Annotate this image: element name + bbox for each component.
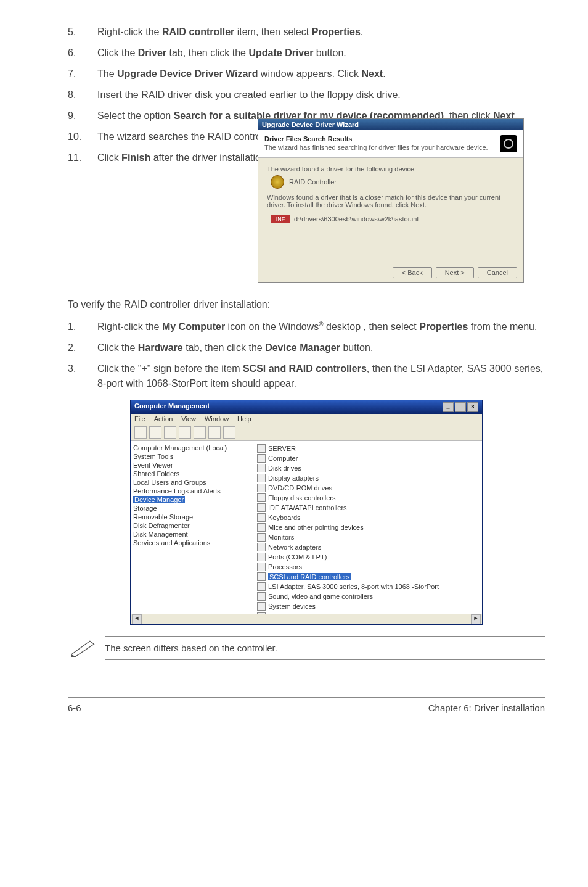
tree-node[interactable]: Local Users and Groups [133,478,250,487]
next-button[interactable]: Next > [436,267,474,278]
device-icon [257,444,266,453]
device-icon [257,474,266,482]
device-node[interactable]: Sound, video and game controllers [257,592,478,601]
device-label: Keyboards [268,514,301,521]
tree-node[interactable]: Performance Logs and Alerts [133,487,250,495]
mmc-detail-panel[interactable]: SERVERComputerDisk drivesDisplay adapter… [253,441,482,614]
tree-node[interactable]: Removable Storage [133,513,250,521]
device-node[interactable]: Ports (COM & LPT) [257,552,478,562]
minimize-icon[interactable]: _ [443,402,454,412]
device-label: SERVER [268,445,296,452]
device-label: Universal Serial Bus controllers [268,613,362,614]
step-number: 3. [68,361,97,391]
step-text: Insert the RAID driver disk you created … [97,88,545,102]
device-node[interactable]: Display adapters [257,473,478,483]
wizard-body-text-2: Windows found a driver that is a closer … [267,194,515,208]
instruction-step: 6.Click the Driver tab, then click the U… [68,46,545,60]
close-icon[interactable]: × [467,402,478,412]
toolbar-forward-icon[interactable] [149,426,161,439]
toolbar-refresh-icon[interactable] [194,426,206,439]
toolbar-help-icon[interactable] [208,426,221,439]
step-number: 1. [68,320,97,334]
instruction-step: 5.Right-click the RAID controller item, … [68,25,545,39]
step-text: The Upgrade Device Driver Wizard window … [97,67,545,81]
page-number: 6-6 [68,703,81,713]
device-node[interactable]: Network adapters [257,542,478,552]
device-node[interactable]: SERVER [257,444,478,453]
back-button[interactable]: < Back [393,267,432,278]
device-label: System devices [268,603,316,610]
device-icon [257,493,266,502]
maximize-icon[interactable]: □ [455,402,466,412]
tree-node[interactable]: System Tools [133,452,250,461]
device-label: Network adapters [268,543,321,551]
cancel-button[interactable]: Cancel [478,267,517,278]
mmc-menubar[interactable]: FileActionViewWindowHelp [131,414,482,424]
tree-node[interactable]: Device Manager [133,495,250,504]
chapter-label: Chapter 6: Driver installation [428,703,545,713]
wizard-heading: Driver Files Search Results [264,135,488,142]
toolbar-props-icon[interactable] [179,426,191,439]
gear-icon [271,175,284,189]
scroll-left-icon[interactable]: ◄ [132,614,142,624]
device-node[interactable]: Monitors [257,532,478,542]
device-icon [257,612,266,614]
device-icon [257,503,266,512]
step-number: 9. [68,109,97,123]
device-node[interactable]: DVD/CD-ROM drives [257,483,478,493]
device-label: Mice and other pointing devices [268,524,364,531]
step-number: 6. [68,46,97,60]
menu-item[interactable]: File [134,415,145,423]
device-node[interactable]: Floppy disk controllers [257,493,478,503]
device-node[interactable]: SCSI and RAID controllers [257,572,478,582]
verify-intro: To verify the RAID controller driver ins… [68,297,545,312]
wizard-body-text-1: The wizard found a driver for the follow… [267,165,515,173]
device-icon [257,553,266,561]
scroll-right-icon[interactable]: ► [471,614,481,624]
device-node[interactable]: Keyboards [257,513,478,522]
mmc-tree-panel[interactable]: Computer Management (Local)System ToolsE… [131,441,253,614]
tree-node[interactable]: Disk Defragmenter [133,521,250,530]
tree-node[interactable]: Disk Management [133,530,250,538]
computer-management-window: Computer Management _ □ × FileActionView… [130,400,483,625]
wizard-titlebar: Upgrade Device Driver Wizard [258,119,523,130]
tree-node[interactable]: Event Viewer [133,461,250,469]
device-label: SCSI and RAID controllers [268,573,351,580]
menu-item[interactable]: Help [237,415,251,423]
page-footer: 6-6 Chapter 6: Driver installation [68,697,545,713]
device-node[interactable]: LSI Adapter, SAS 3000 series, 8-port wit… [257,582,478,592]
note-pencil-icon [70,639,96,658]
device-node[interactable]: IDE ATA/ATAPI controllers [257,503,478,513]
device-node[interactable]: Mice and other pointing devices [257,522,478,532]
device-node[interactable]: Processors [257,562,478,572]
instruction-step: 7.The Upgrade Device Driver Wizard windo… [68,67,545,81]
step-number: 10. [68,130,97,144]
tree-node[interactable]: Services and Applications [133,538,250,547]
device-node[interactable]: Disk drives [257,463,478,473]
device-icon [257,563,266,571]
menu-item[interactable]: Window [205,415,229,423]
device-label: Computer [268,455,298,462]
device-node[interactable]: Universal Serial Bus controllers [257,611,478,614]
instruction-step: 1.Right-click the My Computer icon on th… [68,320,545,334]
menu-item[interactable]: View [181,415,196,423]
mmc-toolbar[interactable] [131,424,482,441]
device-node[interactable]: System devices [257,601,478,611]
tree-node[interactable]: Shared Folders [133,469,250,478]
step-number: 11. [68,151,97,165]
device-label: Floppy disk controllers [268,494,335,501]
driver-wizard-dialog: Upgrade Device Driver Wizard Driver File… [258,118,524,283]
mmc-title-text: Computer Management [134,402,210,412]
tree-node[interactable]: Storage [133,504,250,513]
step-number: 8. [68,88,97,102]
toolbar-up-icon[interactable] [164,426,176,439]
tree-node[interactable]: Computer Management (Local) [133,444,250,452]
device-label: Processors [268,563,302,571]
toolbar-back-icon[interactable] [134,426,147,439]
device-icon [257,602,266,611]
toolbar-extra-icon[interactable] [223,426,235,439]
device-node[interactable]: Computer [257,453,478,463]
instruction-step: 2.Click the Hardware tab, then click the… [68,340,545,355]
device-label: Disk drives [268,464,301,472]
menu-item[interactable]: Action [154,415,173,423]
